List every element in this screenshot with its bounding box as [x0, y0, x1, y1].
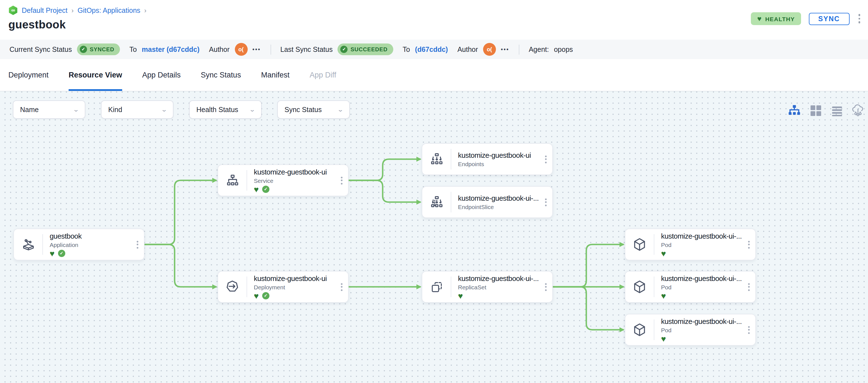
graph-canvas[interactable]: Name⌄Kind⌄Health Status⌄Sync Status⌄ gue…: [0, 91, 868, 383]
node-status-row: ♥: [661, 292, 745, 300]
resource-node-pod[interactable]: kustomize-guestbook-ui-...Pod♥: [625, 229, 756, 260]
node-menu-icon[interactable]: [135, 239, 140, 250]
tab-manifest[interactable]: Manifest: [261, 59, 289, 91]
replicaset-icon: [422, 277, 451, 297]
graph-edge: [145, 180, 216, 245]
node-kind: Application: [50, 241, 134, 248]
healthy-heart-icon: ♥: [661, 250, 666, 257]
resource-node-service[interactable]: kustomize-guestbook-uiService♥✓: [218, 164, 349, 196]
app-header: ∞ Default Project › GitOps: Applications…: [0, 0, 868, 40]
node-status-row: ♥: [661, 335, 745, 343]
healthy-heart-icon: ♥: [254, 292, 259, 299]
last-revision-link[interactable]: (d67cddc): [415, 45, 448, 53]
resource-node-pod[interactable]: kustomize-guestbook-ui-...Pod♥: [625, 314, 756, 346]
header-overflow-menu-icon[interactable]: [857, 13, 861, 25]
node-menu-icon[interactable]: [339, 281, 344, 292]
tree-view-icon[interactable]: [788, 104, 801, 117]
tab-resource-view[interactable]: Resource View: [69, 59, 122, 91]
node-kind: Endpoints: [458, 161, 542, 167]
node-body: kustomize-guestbook-ui-...Pod♥: [654, 314, 755, 345]
node-title: kustomize-guestbook-ui-...: [661, 232, 745, 240]
node-status-row: ♥✓: [50, 250, 134, 257]
author-avatar: o(: [483, 43, 496, 56]
node-menu-icon[interactable]: [543, 281, 548, 292]
current-revision-link[interactable]: master (d67cddc): [142, 45, 199, 53]
tab-sync-status[interactable]: Sync Status: [201, 59, 241, 91]
divider: [270, 44, 271, 54]
filter-kind[interactable]: Kind⌄: [101, 100, 174, 119]
commit-more-icon[interactable]: •••: [252, 46, 261, 53]
node-menu-icon[interactable]: [543, 196, 548, 208]
grid-view-icon[interactable]: [809, 104, 822, 117]
resource-node-endpoints[interactable]: kustomize-guestbook-uiEndpoints: [422, 143, 553, 175]
node-status-row: ♥: [458, 292, 542, 300]
healthy-heart-icon: ♥: [254, 186, 259, 193]
application-icon: [14, 234, 43, 255]
node-title: kustomize-guestbook-ui: [254, 167, 338, 176]
agent-label: Agent:: [529, 45, 549, 53]
node-body: kustomize-guestbook-ui-...Pod♥: [654, 229, 755, 260]
filter-health-status[interactable]: Health Status⌄: [189, 100, 261, 119]
healthy-heart-icon: ♥: [661, 292, 666, 299]
current-sync-status-label: Current Sync Status: [9, 45, 72, 53]
graph-edge: [349, 159, 421, 180]
resource-node-endpointslice[interactable]: kustomize-guestbook-ui-...EndpointSlice: [422, 186, 553, 218]
node-body: kustomize-guestbook-ui-...EndpointSlice: [451, 187, 552, 217]
to-label: To: [129, 45, 137, 53]
endpointslice-icon: [422, 192, 451, 213]
heart-icon: ♥: [757, 15, 762, 22]
synced-check-icon: ✓: [58, 250, 65, 257]
synced-check-icon: ✓: [262, 186, 270, 193]
tab-app-details[interactable]: App Details: [142, 59, 181, 91]
graph-edge: [349, 180, 421, 202]
divider: [519, 44, 519, 54]
resource-node-application[interactable]: guestbookApplication♥✓: [13, 229, 145, 260]
agent-value: opops: [554, 45, 573, 53]
to-label: To: [402, 45, 410, 53]
node-kind: Pod: [661, 284, 745, 290]
breadcrumb-project-link[interactable]: Default Project: [22, 6, 67, 14]
filter-label: Kind: [108, 106, 122, 114]
healthy-heart-icon: ♥: [661, 335, 666, 342]
node-body: kustomize-guestbook-ui-...Pod♥: [654, 272, 755, 302]
tab-deployment[interactable]: Deployment: [8, 59, 49, 91]
sync-button[interactable]: SYNC: [809, 12, 849, 25]
list-view-icon[interactable]: [830, 104, 843, 117]
node-title: kustomize-guestbook-ui-...: [458, 194, 542, 202]
breadcrumb-section-link[interactable]: GitOps: Applications: [78, 6, 140, 14]
deployment-icon: [218, 277, 247, 297]
page-title: guestbook: [8, 19, 66, 31]
node-kind: Pod: [661, 326, 745, 333]
author-label: Author: [209, 45, 229, 53]
node-menu-icon[interactable]: [746, 239, 751, 250]
author-avatar: o(: [235, 43, 247, 56]
node-title: kustomize-guestbook-ui-...: [661, 274, 745, 282]
sync-status-bar: Current Sync Status ✓ SYNCED To master (…: [0, 40, 868, 59]
cluster-view-icon[interactable]: [851, 104, 865, 117]
filter-label: Name: [20, 106, 39, 114]
breadcrumb-separator: ›: [71, 6, 74, 14]
node-status-row: ♥✓: [254, 185, 338, 193]
node-kind: Service: [254, 177, 338, 184]
author-label: Author: [458, 45, 478, 53]
resource-node-replicaset[interactable]: kustomize-guestbook-ui-...ReplicaSet♥: [422, 271, 553, 303]
chevron-down-icon: ⌄: [72, 106, 79, 113]
pod-icon: [625, 277, 654, 297]
svg-text:∞: ∞: [11, 7, 15, 13]
tab-app-diff: App Diff: [310, 59, 336, 91]
node-menu-icon[interactable]: [339, 175, 344, 186]
node-status-row: ♥✓: [254, 292, 338, 300]
graph-edge: [145, 245, 216, 287]
resource-node-deployment[interactable]: kustomize-guestbook-uiDeployment♥✓: [218, 271, 349, 303]
filter-sync-status[interactable]: Sync Status⌄: [277, 100, 350, 119]
node-body: kustomize-guestbook-uiEndpoints: [451, 144, 552, 174]
node-menu-icon[interactable]: [746, 281, 751, 292]
filter-name[interactable]: Name⌄: [13, 100, 85, 119]
node-body: guestbookApplication♥✓: [43, 229, 144, 260]
node-menu-icon[interactable]: [746, 324, 751, 335]
pod-icon: [625, 234, 654, 255]
healthy-heart-icon: ♥: [50, 250, 55, 257]
commit-more-icon[interactable]: •••: [501, 46, 509, 53]
resource-node-pod[interactable]: kustomize-guestbook-ui-...Pod♥: [625, 271, 756, 303]
node-menu-icon[interactable]: [543, 154, 548, 165]
